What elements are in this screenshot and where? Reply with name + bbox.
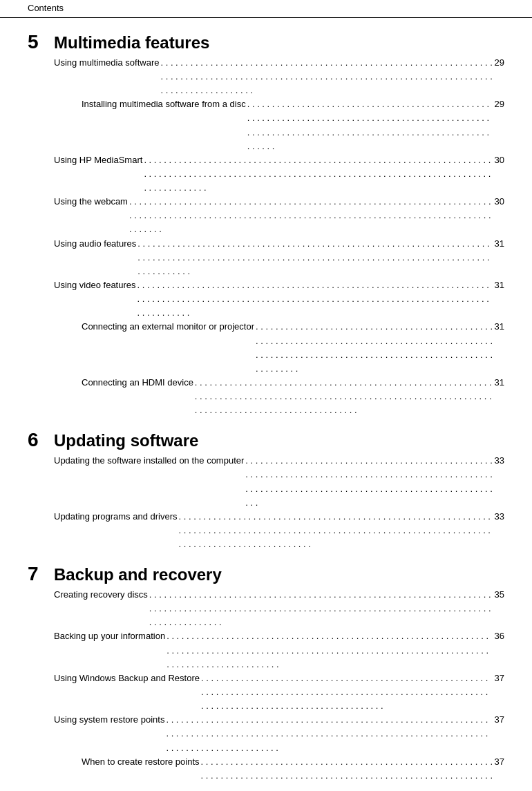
toc-entry-text: Using audio features <box>54 237 136 251</box>
toc-entry-text: Installing multimedia software from a di… <box>82 97 246 111</box>
toc-entry-text: Using the webcam <box>54 195 128 209</box>
toc-entries: Creating recovery discs . . . . . . . . … <box>54 588 504 791</box>
toc-dots: . . . . . . . . . . . . . . . . . . . . … <box>149 588 493 629</box>
toc-entry: Using multimedia software . . . . . . . … <box>54 56 504 97</box>
toc-entry: Using HP MediaSmart . . . . . . . . . . … <box>54 153 504 195</box>
toc-dots: . . . . . . . . . . . . . . . . . . . . … <box>137 278 493 320</box>
toc-page: 37 <box>495 755 504 769</box>
toc-dots: . . . . . . . . . . . . . . . . . . . . … <box>129 195 493 236</box>
toc-page: 33 <box>495 454 504 468</box>
page-container: Contents 5 Multimedia features Using mul… <box>0 0 532 791</box>
chapter: 7 Backup and recovery Creating recovery … <box>28 564 504 791</box>
chapter-title: Updating software <box>54 431 198 451</box>
toc-entry: Updating the software installed on the c… <box>54 454 504 510</box>
toc-dots: . . . . . . . . . . . . . . . . . . . . … <box>167 629 493 671</box>
toc-entry-text: Using HP MediaSmart <box>54 153 142 167</box>
toc-entry: Using system restore points . . . . . . … <box>54 713 504 754</box>
toc-dots: . . . . . . . . . . . . . . . . . . . . … <box>195 376 493 417</box>
toc-entry-text: Updating programs and drivers <box>54 510 177 524</box>
toc-page: 29 <box>495 97 504 111</box>
toc-dots: . . . . . . . . . . . . . . . . . . . . … <box>201 671 493 713</box>
toc-entry-text: Using video features <box>54 278 136 292</box>
toc-dots: . . . . . . . . . . . . . . . . . . . . … <box>201 755 493 791</box>
toc-page: 31 <box>495 376 504 390</box>
toc-dots: . . . . . . . . . . . . . . . . . . . . … <box>245 454 493 510</box>
toc-entry: Using the webcam . . . . . . . . . . . .… <box>54 195 504 236</box>
chapter-number: 7 <box>28 564 54 585</box>
toc-entry-text: Using multimedia software <box>54 56 159 70</box>
toc-entries: Using multimedia software . . . . . . . … <box>54 56 504 418</box>
chapter-title: Backup and recovery <box>54 565 222 585</box>
toc-entry: Using audio features . . . . . . . . . .… <box>54 237 504 278</box>
toc-page: 31 <box>495 237 504 251</box>
toc-entry: Installing multimedia software from a di… <box>82 97 504 153</box>
toc-dots: . . . . . . . . . . . . . . . . . . . . … <box>247 97 493 153</box>
toc-entry: Backing up your information . . . . . . … <box>54 629 504 671</box>
toc-entries: Updating the software installed on the c… <box>54 454 504 551</box>
header-title: Contents <box>28 3 64 13</box>
toc-page: 31 <box>495 320 504 334</box>
toc-entry-text: Creating recovery discs <box>54 588 148 602</box>
toc-entry: Using Windows Backup and Restore . . . .… <box>54 671 504 713</box>
chapter-title: Multimedia features <box>54 33 209 53</box>
toc-dots: . . . . . . . . . . . . . . . . . . . . … <box>144 153 493 195</box>
page-header: Contents <box>0 0 532 18</box>
toc-entry-text: Using Windows Backup and Restore <box>54 671 200 685</box>
chapter-number: 5 <box>28 32 54 53</box>
toc-entry-text: Updating the software installed on the c… <box>54 454 244 468</box>
toc-page: 33 <box>495 510 504 524</box>
toc-page: 31 <box>495 278 504 292</box>
main-content: 5 Multimedia features Using multimedia s… <box>0 18 532 791</box>
toc-page: 36 <box>495 629 504 643</box>
toc-entry-text: Using system restore points <box>54 713 164 727</box>
toc-entry-text: When to create restore points <box>82 755 200 769</box>
chapter-header: 6 Updating software <box>28 430 504 451</box>
toc-entry: Using video features . . . . . . . . . .… <box>54 278 504 320</box>
toc-entry-text: Backing up your information <box>54 629 165 643</box>
toc-page: 37 <box>495 713 504 727</box>
toc-dots: . . . . . . . . . . . . . . . . . . . . … <box>160 56 493 97</box>
toc-page: 29 <box>495 56 504 70</box>
toc-page: 37 <box>495 671 504 685</box>
toc-entry-text: Connecting an external monitor or projec… <box>82 320 254 334</box>
toc-dots: . . . . . . . . . . . . . . . . . . . . … <box>166 713 493 754</box>
chapter-number: 6 <box>28 430 54 451</box>
toc-entry-text: Connecting an HDMI device <box>82 376 193 390</box>
toc-entry: Connecting an HDMI device . . . . . . . … <box>82 376 504 417</box>
chapter-header: 7 Backup and recovery <box>28 564 504 585</box>
toc-dots: . . . . . . . . . . . . . . . . . . . . … <box>137 237 493 278</box>
toc-entry: When to create restore points . . . . . … <box>82 755 504 791</box>
toc-page: 35 <box>495 588 504 602</box>
chapter: 5 Multimedia features Using multimedia s… <box>28 32 504 417</box>
toc-dots: . . . . . . . . . . . . . . . . . . . . … <box>178 510 493 551</box>
toc-entry: Connecting an external monitor or projec… <box>82 320 504 376</box>
toc-entry: Creating recovery discs . . . . . . . . … <box>54 588 504 629</box>
toc-page: 30 <box>495 153 504 167</box>
toc-page: 30 <box>495 195 504 209</box>
toc-dots: . . . . . . . . . . . . . . . . . . . . … <box>256 320 493 376</box>
chapters-container: 5 Multimedia features Using multimedia s… <box>28 32 504 791</box>
chapter-header: 5 Multimedia features <box>28 32 504 53</box>
toc-entry: Updating programs and drivers . . . . . … <box>54 510 504 551</box>
chapter: 6 Updating software Updating the softwar… <box>28 430 504 551</box>
